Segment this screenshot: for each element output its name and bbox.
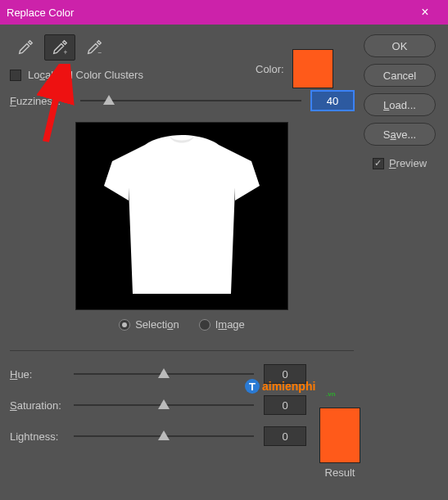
- selection-label: Selection: [135, 318, 179, 331]
- selection-preview: [75, 122, 288, 310]
- source-color-row: Color:: [256, 49, 333, 88]
- hue-slider[interactable]: [74, 373, 254, 375]
- hue-label: Hue:: [10, 368, 74, 381]
- selection-radio[interactable]: Selection: [119, 318, 179, 331]
- result-color-swatch[interactable]: [319, 408, 360, 463]
- radio-icon: [199, 319, 210, 331]
- tshirt-mask-icon: [88, 130, 276, 302]
- cancel-button[interactable]: Cancel: [364, 64, 436, 87]
- result-label: Result: [319, 466, 360, 479]
- right-button-column: OK Cancel Load... Save... ✓ Preview: [361, 34, 438, 169]
- eyedropper-plus-icon: +: [51, 38, 69, 56]
- save-button[interactable]: Save...: [364, 123, 436, 146]
- svg-text:aimienphi: aimienphi: [262, 380, 315, 393]
- result-block: Result: [319, 408, 360, 479]
- saturation-slider[interactable]: [74, 404, 254, 406]
- fuzziness-thumb[interactable]: [103, 95, 115, 105]
- svg-text:+: +: [64, 49, 68, 56]
- lightness-thumb[interactable]: [158, 430, 170, 440]
- eyedropper-add-tool[interactable]: +: [44, 34, 75, 61]
- preview-toggle-row: ✓ Preview: [373, 157, 427, 169]
- eyedropper-subtract-tool[interactable]: −: [79, 34, 110, 61]
- lightness-slider[interactable]: [74, 435, 254, 437]
- ok-button[interactable]: OK: [364, 34, 436, 57]
- watermark: T aimienphi .vn: [244, 375, 342, 402]
- view-mode-row: Selection Image: [10, 318, 354, 331]
- eyedropper-icon: [16, 38, 34, 56]
- saturation-label: Saturation:: [10, 399, 74, 412]
- saturation-thumb[interactable]: [158, 399, 170, 409]
- preview-label: Preview: [389, 157, 427, 169]
- watermark-icon: T aimienphi .vn: [244, 375, 342, 399]
- fuzziness-slider[interactable]: [80, 100, 301, 101]
- close-icon[interactable]: ×: [409, 5, 441, 20]
- window-title: Replace Color: [7, 7, 409, 19]
- dialog-body: + − Color: Localized Color Clusters Fuzz…: [0, 25, 448, 500]
- fuzziness-label: Fuzziness:: [10, 95, 70, 107]
- radio-icon: [119, 319, 130, 331]
- hue-thumb[interactable]: [158, 368, 170, 378]
- divider: [10, 350, 354, 351]
- image-radio[interactable]: Image: [199, 318, 245, 331]
- eyedropper-tool[interactable]: [10, 34, 41, 61]
- svg-text:.vn: .vn: [326, 390, 336, 398]
- localized-clusters-checkbox[interactable]: [10, 70, 21, 81]
- fuzziness-row: Fuzziness:: [10, 91, 354, 110]
- svg-text:T: T: [249, 381, 256, 393]
- image-label: Image: [215, 318, 245, 331]
- localized-clusters-label: Localized Color Clusters: [28, 69, 143, 81]
- lightness-label: Lightness:: [10, 430, 74, 443]
- lightness-row: Lightness:: [10, 426, 354, 446]
- color-label: Color:: [256, 63, 284, 75]
- source-color-swatch[interactable]: [292, 49, 333, 88]
- eyedropper-minus-icon: −: [85, 38, 103, 56]
- fuzziness-input[interactable]: [311, 91, 354, 110]
- svg-text:−: −: [98, 49, 102, 56]
- titlebar: Replace Color ×: [0, 0, 448, 25]
- lightness-input[interactable]: [264, 426, 306, 446]
- load-button[interactable]: Load...: [364, 93, 436, 116]
- preview-checkbox[interactable]: ✓: [373, 158, 384, 169]
